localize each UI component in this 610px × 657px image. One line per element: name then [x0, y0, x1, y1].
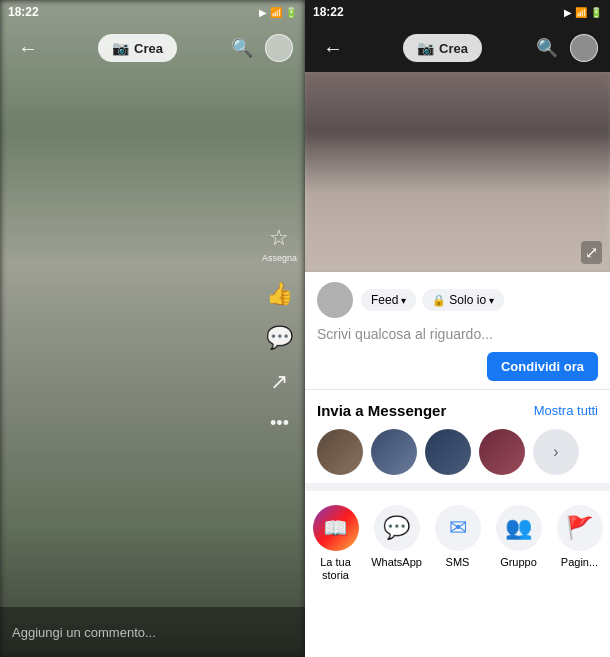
- messenger-avatar-2[interactable]: [371, 429, 417, 475]
- pagine-icon-container: 🚩: [557, 505, 603, 551]
- gruppo-icon: 👥: [505, 515, 532, 541]
- right-topbar-right: 🔍: [536, 34, 598, 62]
- left-avatar[interactable]: [265, 34, 293, 62]
- right-avatar[interactable]: [570, 34, 598, 62]
- storia-label: La tuastoria: [320, 556, 351, 582]
- more-options-button[interactable]: •••: [270, 412, 289, 433]
- share-option-sms[interactable]: ✉ SMS: [432, 505, 484, 582]
- right-panel: 18:22 ▶ 📶 🔋 ← 📷 Crea 🔍 ⤢ Feed: [305, 0, 610, 657]
- sms-icon: ✉: [449, 515, 467, 541]
- messenger-avatar-4[interactable]: [479, 429, 525, 475]
- left-back-button[interactable]: ←: [12, 32, 44, 64]
- right-wifi-icon: ▶: [564, 7, 572, 18]
- right-battery-icon: 🔋: [590, 7, 602, 18]
- storia-book-icon: 📖: [323, 516, 348, 540]
- feed-dropdown-arrow: ▾: [401, 295, 406, 306]
- lock-icon: 🔒: [432, 294, 446, 307]
- messenger-title: Invia a Messenger: [317, 402, 446, 419]
- share-icon: ↗: [270, 368, 288, 394]
- post-compose-area: Feed ▾ 🔒 Solo io ▾ Scrivi qualcosa al ri…: [305, 272, 610, 390]
- star-icon: ☆: [269, 224, 289, 250]
- signal-icon: 📶: [270, 7, 282, 18]
- left-topbar-right: 🔍: [231, 34, 293, 62]
- assign-label: Assegna: [262, 252, 297, 262]
- story-preview-blur: [305, 72, 610, 272]
- left-status-bar: 18:22 ▶ 📶 🔋: [0, 0, 305, 24]
- right-signal-icon: 📶: [575, 7, 587, 18]
- pagine-label: Pagin...: [561, 556, 598, 569]
- wifi-icon: ▶: [259, 7, 267, 18]
- left-bottom-bar: Aggiungi un commento...: [0, 607, 305, 657]
- right-status-bar: 18:22 ▶ 📶 🔋: [305, 0, 610, 24]
- messenger-avatar-1[interactable]: [317, 429, 363, 475]
- feed-selector[interactable]: Feed ▾: [361, 289, 416, 311]
- right-search-icon[interactable]: 🔍: [536, 37, 558, 59]
- gruppo-icon-container: 👥: [496, 505, 542, 551]
- storia-icon: 📖: [313, 505, 359, 551]
- messenger-avatars: ›: [317, 429, 598, 475]
- right-back-button[interactable]: ←: [317, 32, 349, 64]
- right-camera-icon: 📷: [417, 40, 434, 56]
- messenger-avatar-3[interactable]: [425, 429, 471, 475]
- messenger-more-button[interactable]: ›: [533, 429, 579, 475]
- expand-icon: ⤢: [585, 244, 598, 261]
- whatsapp-icon: 💬: [383, 515, 410, 541]
- right-crea-button[interactable]: 📷 Crea: [403, 34, 482, 62]
- left-action-icons: ☆ Assegna 👍 💬 ↗ •••: [262, 224, 297, 433]
- comment-icon-container[interactable]: 💬: [266, 324, 293, 350]
- messenger-section: Invia a Messenger Mostra tutti ›: [305, 390, 610, 483]
- share-option-gruppo[interactable]: 👥 Gruppo: [493, 505, 545, 582]
- privacy-label: Solo io: [449, 293, 486, 307]
- left-crea-label: Crea: [134, 41, 163, 56]
- like-icon-container[interactable]: 👍: [266, 280, 293, 306]
- star-icon-container[interactable]: ☆ Assegna: [262, 224, 297, 262]
- left-topbar: ← 📷 Crea 🔍: [0, 24, 305, 72]
- left-time: 18:22: [8, 5, 39, 19]
- left-crea-button[interactable]: 📷 Crea: [98, 34, 177, 62]
- show-all-link[interactable]: Mostra tutti: [534, 403, 598, 418]
- share-option-pagine[interactable]: 🚩 Pagin...: [554, 505, 606, 582]
- share-options-row: 📖 La tuastoria 💬 WhatsApp ✉ SMS 👥 Gruppo: [305, 483, 610, 582]
- compose-placeholder[interactable]: Scrivi qualcosa al riguardo...: [317, 326, 598, 342]
- compose-avatar: [317, 282, 353, 318]
- expand-button[interactable]: ⤢: [581, 241, 602, 264]
- left-status-icons: ▶ 📶 🔋: [259, 7, 297, 18]
- like-icon: 👍: [266, 280, 293, 306]
- comment-icon: 💬: [266, 324, 293, 350]
- story-preview: ⤢: [305, 72, 610, 272]
- sms-icon-container: ✉: [435, 505, 481, 551]
- share-option-storia[interactable]: 📖 La tuastoria: [310, 505, 362, 582]
- comment-input[interactable]: Aggiungi un commento...: [12, 625, 156, 640]
- right-topbar: ← 📷 Crea 🔍: [305, 24, 610, 72]
- share-icon-container[interactable]: ↗: [270, 368, 288, 394]
- privacy-dropdown-arrow: ▾: [489, 295, 494, 306]
- share-now-button[interactable]: Condividi ora: [487, 352, 598, 381]
- share-option-whatsapp[interactable]: 💬 WhatsApp: [371, 505, 423, 582]
- right-status-icons: ▶ 📶 🔋: [564, 7, 602, 18]
- left-panel: 18:22 ▶ 📶 🔋 ← 📷 Crea 🔍 ☆ Assegna 👍 💬: [0, 0, 305, 657]
- pagine-flag-icon: 🚩: [566, 515, 593, 541]
- left-overlay: [0, 0, 305, 657]
- battery-icon: 🔋: [285, 7, 297, 18]
- feed-label: Feed: [371, 293, 398, 307]
- camera-icon: 📷: [112, 40, 129, 56]
- sms-label: SMS: [446, 556, 470, 569]
- left-search-icon[interactable]: 🔍: [231, 37, 253, 59]
- right-crea-label: Crea: [439, 41, 468, 56]
- privacy-selector[interactable]: 🔒 Solo io ▾: [422, 289, 504, 311]
- whatsapp-label: WhatsApp: [371, 556, 422, 569]
- compose-user-row: Feed ▾ 🔒 Solo io ▾: [317, 282, 598, 318]
- gruppo-label: Gruppo: [500, 556, 537, 569]
- compose-controls: Feed ▾ 🔒 Solo io ▾: [361, 289, 504, 311]
- messenger-header: Invia a Messenger Mostra tutti: [317, 402, 598, 419]
- right-time: 18:22: [313, 5, 344, 19]
- whatsapp-icon-container: 💬: [374, 505, 420, 551]
